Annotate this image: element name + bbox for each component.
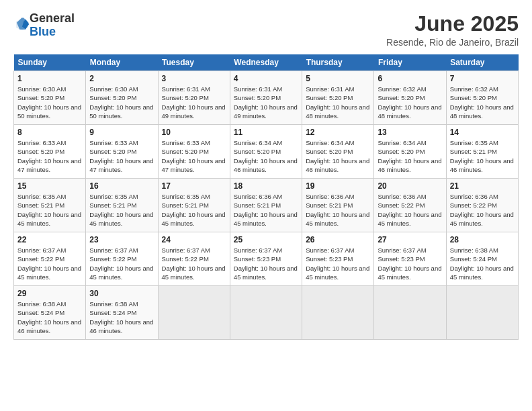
day-number: 1 [17,74,82,83]
col-header-monday: Monday [86,54,158,71]
day-detail: Sunrise: 6:35 AMSunset: 5:21 PMDaylight:… [89,193,153,227]
day-detail: Sunrise: 6:33 AMSunset: 5:20 PMDaylight:… [89,139,153,173]
week-row-4: 22 Sunrise: 6:37 AMSunset: 5:22 PMDaylig… [14,232,519,286]
day-number: 25 [234,235,298,244]
day-detail: Sunrise: 6:35 AMSunset: 5:21 PMDaylight:… [162,193,226,227]
day-number: 18 [234,181,298,191]
day-number: 5 [306,74,370,83]
week-row-1: 1 Sunrise: 6:30 AMSunset: 5:20 PMDayligh… [14,71,519,125]
day-detail: Sunrise: 6:38 AMSunset: 5:24 PMDaylight:… [17,300,81,334]
day-number: 6 [378,74,442,83]
title-block: June 2025 Resende, Rio de Janeiro, Brazi… [386,12,519,48]
day-detail: Sunrise: 6:31 AMSunset: 5:20 PMDaylight:… [162,85,226,120]
day-detail: Sunrise: 6:36 AMSunset: 5:21 PMDaylight:… [306,193,369,227]
day-number: 7 [450,74,515,83]
location: Resende, Rio de Janeiro, Brazil [386,37,519,48]
day-detail: Sunrise: 6:36 AMSunset: 5:21 PMDaylight:… [234,193,298,227]
day-number: 29 [17,289,82,298]
calendar-cell: 24 Sunrise: 6:37 AMSunset: 5:22 PMDaylig… [158,232,230,286]
day-detail: Sunrise: 6:38 AMSunset: 5:24 PMDaylight:… [450,246,514,281]
week-row-2: 8 Sunrise: 6:33 AMSunset: 5:20 PMDayligh… [14,125,519,179]
calendar-cell: 14 Sunrise: 6:35 AMSunset: 5:21 PMDaylig… [446,125,518,179]
calendar-cell [446,286,518,340]
calendar-cell: 30 Sunrise: 6:38 AMSunset: 5:24 PMDaylig… [86,286,158,340]
day-detail: Sunrise: 6:36 AMSunset: 5:22 PMDaylight:… [450,193,514,227]
header-row: SundayMondayTuesdayWednesdayThursdayFrid… [14,54,519,71]
calendar-cell: 27 Sunrise: 6:37 AMSunset: 5:23 PMDaylig… [374,232,446,286]
day-number: 16 [89,181,154,191]
calendar-cell: 26 Sunrise: 6:37 AMSunset: 5:23 PMDaylig… [302,232,374,286]
calendar-cell: 13 Sunrise: 6:34 AMSunset: 5:20 PMDaylig… [374,125,446,179]
calendar-cell: 15 Sunrise: 6:35 AMSunset: 5:21 PMDaylig… [14,179,86,232]
calendar-cell: 11 Sunrise: 6:34 AMSunset: 5:20 PMDaylig… [230,125,302,179]
calendar-cell: 8 Sunrise: 6:33 AMSunset: 5:20 PMDayligh… [14,125,86,179]
day-detail: Sunrise: 6:32 AMSunset: 5:20 PMDaylight:… [378,85,441,120]
day-detail: Sunrise: 6:32 AMSunset: 5:20 PMDaylight:… [450,85,514,120]
day-detail: Sunrise: 6:33 AMSunset: 5:20 PMDaylight:… [162,139,226,173]
day-number: 4 [234,74,298,83]
day-number: 19 [306,181,370,191]
day-number: 20 [378,181,442,191]
day-detail: Sunrise: 6:33 AMSunset: 5:20 PMDaylight:… [17,139,81,173]
day-detail: Sunrise: 6:38 AMSunset: 5:24 PMDaylight:… [89,300,153,334]
day-detail: Sunrise: 6:30 AMSunset: 5:20 PMDaylight:… [17,85,81,120]
col-header-tuesday: Tuesday [158,54,230,71]
calendar-page: General Blue June 2025 Resende, Rio de J… [0,0,532,411]
calendar-cell [158,286,230,340]
day-number: 26 [306,235,370,244]
col-header-sunday: Sunday [14,54,86,71]
col-header-saturday: Saturday [446,54,518,71]
calendar-cell [374,286,446,340]
day-detail: Sunrise: 6:34 AMSunset: 5:20 PMDaylight:… [234,139,298,173]
logo-icon [15,17,30,32]
logo-general-text: General [30,11,75,25]
week-row-5: 29 Sunrise: 6:38 AMSunset: 5:24 PMDaylig… [14,286,519,340]
calendar-cell: 2 Sunrise: 6:30 AMSunset: 5:20 PMDayligh… [86,71,158,125]
calendar-cell: 19 Sunrise: 6:36 AMSunset: 5:21 PMDaylig… [302,179,374,232]
calendar-cell: 20 Sunrise: 6:36 AMSunset: 5:22 PMDaylig… [374,179,446,232]
calendar-cell: 28 Sunrise: 6:38 AMSunset: 5:24 PMDaylig… [446,232,518,286]
week-row-3: 15 Sunrise: 6:35 AMSunset: 5:21 PMDaylig… [14,179,519,232]
day-number: 15 [17,181,82,191]
calendar-cell: 22 Sunrise: 6:37 AMSunset: 5:22 PMDaylig… [14,232,86,286]
day-number: 13 [378,128,442,137]
header: General Blue June 2025 Resende, Rio de J… [13,12,519,48]
day-number: 17 [162,181,226,191]
calendar-table: SundayMondayTuesdayWednesdayThursdayFrid… [13,54,519,340]
day-number: 24 [162,235,226,244]
calendar-cell: 10 Sunrise: 6:33 AMSunset: 5:20 PMDaylig… [158,125,230,179]
day-number: 28 [450,235,515,244]
day-number: 2 [89,74,154,83]
calendar-cell [230,286,302,340]
col-header-wednesday: Wednesday [230,54,302,71]
day-detail: Sunrise: 6:31 AMSunset: 5:20 PMDaylight:… [306,85,369,120]
calendar-cell: 1 Sunrise: 6:30 AMSunset: 5:20 PMDayligh… [14,71,86,125]
day-detail: Sunrise: 6:37 AMSunset: 5:22 PMDaylight:… [162,246,226,281]
day-detail: Sunrise: 6:35 AMSunset: 5:21 PMDaylight:… [450,139,514,173]
calendar-cell: 12 Sunrise: 6:34 AMSunset: 5:20 PMDaylig… [302,125,374,179]
calendar-cell: 3 Sunrise: 6:31 AMSunset: 5:20 PMDayligh… [158,71,230,125]
calendar-cell [302,286,374,340]
day-detail: Sunrise: 6:30 AMSunset: 5:20 PMDaylight:… [89,85,153,120]
calendar-cell: 23 Sunrise: 6:37 AMSunset: 5:22 PMDaylig… [86,232,158,286]
day-detail: Sunrise: 6:37 AMSunset: 5:23 PMDaylight:… [378,246,441,281]
day-number: 22 [17,235,82,244]
day-number: 23 [89,235,154,244]
col-header-thursday: Thursday [302,54,374,71]
day-number: 12 [306,128,370,137]
calendar-cell: 29 Sunrise: 6:38 AMSunset: 5:24 PMDaylig… [14,286,86,340]
calendar-cell: 17 Sunrise: 6:35 AMSunset: 5:21 PMDaylig… [158,179,230,232]
day-number: 8 [17,128,82,137]
day-detail: Sunrise: 6:34 AMSunset: 5:20 PMDaylight:… [378,139,441,173]
calendar-cell: 5 Sunrise: 6:31 AMSunset: 5:20 PMDayligh… [302,71,374,125]
logo: General Blue [13,12,75,39]
day-number: 3 [162,74,226,83]
calendar-cell: 25 Sunrise: 6:37 AMSunset: 5:23 PMDaylig… [230,232,302,286]
calendar-cell: 6 Sunrise: 6:32 AMSunset: 5:20 PMDayligh… [374,71,446,125]
calendar-cell: 21 Sunrise: 6:36 AMSunset: 5:22 PMDaylig… [446,179,518,232]
day-detail: Sunrise: 6:34 AMSunset: 5:20 PMDaylight:… [306,139,369,173]
day-detail: Sunrise: 6:37 AMSunset: 5:23 PMDaylight:… [306,246,369,281]
calendar-cell: 18 Sunrise: 6:36 AMSunset: 5:21 PMDaylig… [230,179,302,232]
day-detail: Sunrise: 6:36 AMSunset: 5:22 PMDaylight:… [378,193,441,227]
day-number: 30 [89,289,154,298]
